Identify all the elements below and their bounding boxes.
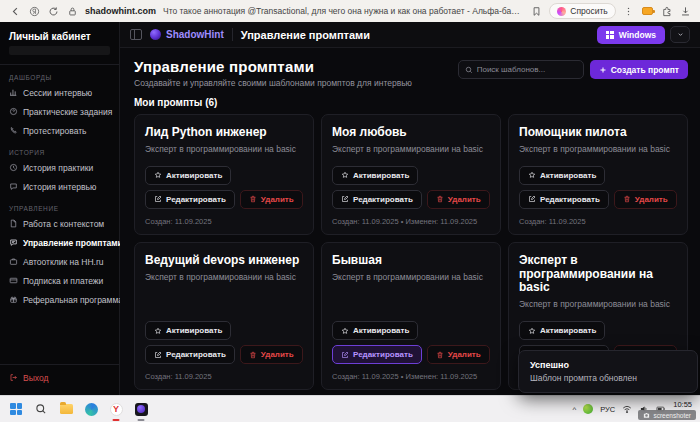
sidebar-item-referral[interactable]: Реферальная программа [9, 295, 110, 305]
edge-browser-button[interactable] [83, 401, 99, 417]
app-header: ShadowHint Управление промптами Windows [120, 22, 700, 48]
file-explorer-button[interactable] [58, 401, 74, 417]
sidebar-item-label: Реферальная программа [23, 295, 123, 305]
delete-button[interactable]: Удалить [427, 190, 490, 209]
yandex-home-icon[interactable] [28, 5, 40, 17]
sidebar-item-practice-history[interactable]: История практики [9, 163, 110, 173]
platform-label: Windows [619, 30, 656, 40]
language-indicator[interactable]: РУС [600, 405, 615, 414]
prompt-count-title: Мои промпты (6) [134, 97, 688, 108]
back-icon[interactable] [9, 5, 21, 17]
prompt-dates: Создан: 11.09.2025 [145, 217, 303, 226]
sidebar-item-test-call[interactable]: Протестировать [9, 126, 110, 136]
bookmark-icon[interactable] [530, 5, 542, 17]
activate-button[interactable]: Активировать [145, 166, 231, 185]
edit-button[interactable]: Редактировать [519, 190, 609, 209]
sidebar-item-label: Подписка и платежи [23, 276, 103, 286]
document-icon [9, 219, 18, 228]
platform-dropdown-button[interactable] [670, 26, 690, 43]
prompt-actions: АктивироватьРедактироватьУдалить [145, 309, 303, 364]
sidebar-item-label: История практики [23, 163, 93, 173]
briefcase-icon [9, 257, 18, 266]
sidebar-item-practice-tasks[interactable]: Практические задания [9, 107, 110, 117]
edit-button[interactable]: Редактировать [332, 190, 422, 209]
prompt-actions: АктивироватьРедактироватьУдалить [332, 154, 490, 209]
sidebar-item-hh-autoreply[interactable]: Автоотклик на HH.ru [9, 257, 110, 267]
prompt-dates: Создан: 11.09.2025 • Изменен: 11.09.2025 [332, 217, 490, 226]
prompt-card: Моя любовьЭксперт в программировании на … [321, 114, 501, 235]
yandex-browser-button[interactable]: Y [108, 401, 124, 417]
activate-button[interactable]: Активировать [145, 321, 231, 340]
credit-card-icon [9, 276, 18, 285]
prompt-title: Помощник пилота [519, 126, 677, 140]
more-menu-icon[interactable] [623, 5, 635, 17]
prompt-actions: АктивироватьРедактироватьУдалить [145, 154, 303, 209]
brand[interactable]: ShadowHint [150, 29, 224, 40]
prompt-title: Бывшая [332, 254, 490, 268]
brand-name: ShadowHint [166, 29, 224, 40]
sidebar-item-context[interactable]: Работа с контекстом [9, 219, 110, 229]
taskbar-search-button[interactable] [33, 401, 49, 417]
create-prompt-label: Создать промпт [611, 65, 679, 75]
address-bar-host[interactable]: shadowhint.com [85, 6, 156, 16]
reload-icon[interactable] [47, 5, 59, 17]
sidebar-title: Личный кабинет [9, 31, 110, 42]
extensions-icon[interactable] [660, 5, 672, 17]
start-button[interactable] [8, 401, 24, 417]
battery-saver-icon[interactable] [642, 7, 653, 15]
sidebar-section-dashboards: ДАШБОРДЫ [9, 74, 110, 81]
sidebar-item-label: Работа с контекстом [23, 219, 104, 229]
tray-expand-icon[interactable]: ^ [572, 405, 576, 414]
delete-button[interactable]: Удалить [240, 345, 303, 364]
edit-button[interactable]: Редактировать [145, 345, 235, 364]
camera-icon [643, 412, 650, 419]
sidebar-item-prompt-management[interactable]: Управление промптами [9, 238, 110, 248]
prompt-chat-icon [9, 238, 18, 247]
history-clock-icon [9, 163, 18, 172]
prompt-card: БывшаяЭксперт в программировании на basi… [321, 242, 501, 390]
prompt-dates: Создан: 11.09.2025 [145, 372, 303, 381]
edit-button[interactable]: Редактировать [332, 345, 422, 364]
edit-icon [341, 195, 349, 203]
prompt-actions: АктивироватьРедактироватьУдалить [519, 154, 677, 209]
activate-button[interactable]: Активировать [332, 321, 418, 340]
search-icon [465, 66, 473, 74]
activate-button[interactable]: Активировать [519, 166, 605, 185]
search-input[interactable] [477, 65, 577, 74]
sidebar-item-subscription[interactable]: Подписка и платежи [9, 276, 110, 286]
edit-icon [341, 351, 349, 359]
activate-button[interactable]: Активировать [332, 166, 418, 185]
downloads-icon[interactable] [679, 5, 691, 17]
ask-ai-label: Спросить [570, 6, 608, 16]
folder-icon [60, 404, 73, 414]
page-title-text: Что такое аннотация @Transactional, для … [163, 6, 523, 16]
prompt-description: Эксперт в программировании на basic [519, 144, 677, 154]
toast-message: Шаблон промпта обновлен [530, 373, 686, 383]
platform-windows-button[interactable]: Windows [597, 26, 665, 44]
delete-button[interactable]: Удалить [427, 345, 490, 364]
screenshoter-watermark: screenshoter [638, 410, 696, 420]
edit-button[interactable]: Редактировать [145, 190, 235, 209]
delete-button[interactable]: Удалить [240, 190, 303, 209]
wifi-icon[interactable] [622, 404, 632, 414]
sidebar-item-interview-history[interactable]: История интервью [9, 182, 110, 192]
sidebar-divider [0, 64, 119, 65]
prompt-title: Эксперт в программировании на basic [519, 254, 677, 295]
search-box[interactable] [458, 60, 584, 79]
logout-button[interactable]: Выход [9, 373, 110, 383]
trash-icon [249, 351, 257, 359]
logout-icon [9, 373, 18, 382]
star-icon [154, 327, 162, 335]
sidebar-item-label: Управление промптами [23, 238, 123, 248]
antivirus-tray-icon[interactable] [583, 404, 593, 414]
sidebar-toggle-icon[interactable] [130, 29, 142, 40]
prompt-card: Ведущий devops инженерЭксперт в программ… [134, 242, 314, 390]
windows-taskbar: Y ^ РУС 10:55 screenshoter [0, 395, 700, 422]
activate-button[interactable]: Активировать [519, 321, 605, 340]
shadowhint-app-button[interactable] [133, 401, 149, 417]
create-prompt-button[interactable]: Создать промпт [590, 60, 688, 79]
sidebar-item-sessions[interactable]: Сессии интервью [9, 88, 110, 98]
delete-button[interactable]: Удалить [614, 190, 677, 209]
sidebar-item-label: Сессии интервью [23, 88, 92, 98]
ask-ai-button[interactable]: Спросить [549, 3, 616, 19]
